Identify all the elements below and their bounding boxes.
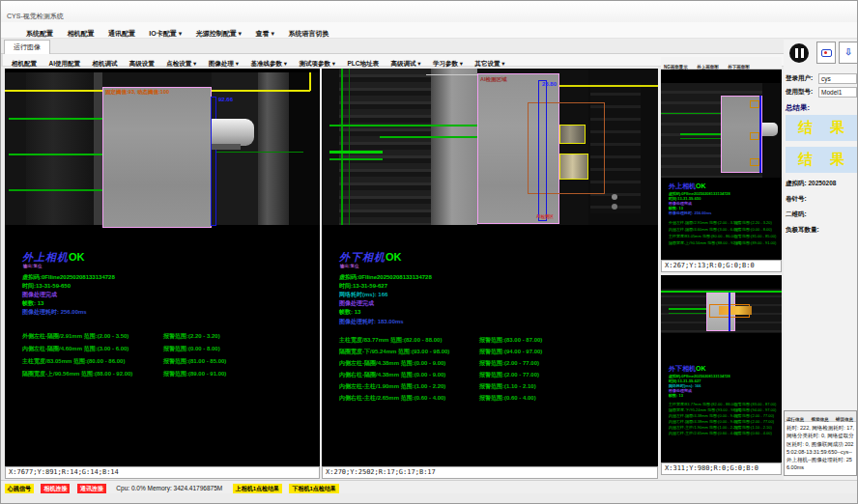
roi-product-rect [102, 87, 212, 228]
thumbnail-view-upper[interactable]: 外上相机OK 虚拟码:0FIIine20250208133134728 时间:1… [661, 70, 782, 260]
cpu-memory-status: Cpu: 0.0% Memory: 3424.41796875M [116, 482, 222, 494]
tab-detect-box [559, 125, 586, 144]
camera-result-title: 外下相机OK [339, 250, 402, 265]
app-window: CYS-视觉检测系统 系统配置 相机配置 通讯配置 IO卡配置 ▾ 光源控制配置… [0, 0, 858, 504]
thumb-lower-coordinate-bar: X:311;Y:980;R:0;G:0;B:0 [661, 462, 782, 475]
menu-bar: 系统配置 相机配置 通讯配置 IO卡配置 ▾ 光源控制配置 ▾ 查看 ▾ 系统语… [1, 22, 857, 39]
log-tab-strip: 运行信息 视觉信息 错误信息 [785, 411, 856, 422]
result-display-upper: 结 果 [786, 115, 857, 141]
upper-camera-check-badge: 上相机1点检结果 [233, 484, 282, 493]
camera-connection-badge: 相机连接 [41, 484, 70, 493]
camera-result-title: 外上相机OK [22, 250, 85, 265]
login-user-label: 登录用户: [786, 74, 813, 83]
process-done-line: 图像处理完成 [339, 299, 374, 308]
model-label: 使用型号: [786, 88, 813, 97]
process-time-line: 图像处理耗时: 183.00ms [339, 318, 404, 326]
anode-tab-count-label: 负极耳数量: [786, 226, 819, 235]
camera-image: AI检测区域 23.80 AI检测区 [322, 69, 658, 225]
threshold-annotation: 固定阈值:93, 动态阈值:100 [105, 89, 169, 96]
ai-region-label-2: AI检测区 [536, 214, 554, 219]
mid-view-coordinate-bar: X:270;Y:2502;R:17;G:17;B:17 [322, 466, 658, 479]
pause-button[interactable] [789, 43, 809, 63]
model-value[interactable]: Model1 [818, 87, 857, 98]
barcode-line: 虚拟码:0FIIine20250208133134728 [22, 273, 115, 282]
process-time-line: 图像处理耗时: 256.00ms [22, 308, 87, 317]
measure-value-label: 23.80 [542, 81, 557, 87]
tab-run-image[interactable]: 运行图像 [4, 40, 50, 54]
connector-part [762, 123, 778, 136]
frame-count-line: 帧数: 13 [669, 393, 683, 398]
thumbnail-tab-strip: NG画面显示 外上画面图 外下画面图 [661, 57, 782, 70]
total-result-label: 总结果: [786, 103, 810, 113]
camera-output-sub: 输出:复位 [340, 264, 359, 268]
download-arrow-icon: ⇩ [840, 46, 857, 57]
barcode-line: 虚拟码:0FIIine20250208133134728 [339, 273, 432, 282]
tab-detect-box [559, 154, 588, 180]
result-display-lower: 结 果 [786, 147, 857, 173]
result-ok-text: OK [386, 251, 402, 263]
camera-view-outer-lower[interactable]: AI检测区域 23.80 AI检测区 外下相机OK 输出:复位 虚拟码:0FII… [322, 69, 658, 466]
left-view-coordinate-bar: X:7677;Y:891;R:14;G:14;B:14 [5, 466, 320, 479]
result-ok-text: OK [69, 251, 85, 263]
winder-number-label: 卷针号: [786, 195, 807, 204]
camera-capture-button[interactable] [816, 42, 836, 64]
net-time-line: 网络耗时(ms): 166 [339, 291, 387, 299]
log-panel[interactable]: 运行信息 视觉信息 错误信息 耗时: 222, 网络检测耗时: 17, 网络分类… [784, 410, 857, 476]
pause-icon [795, 48, 798, 58]
camera-icon [821, 49, 832, 57]
status-bar: 心跳信号 相机连接 通讯连接 Cpu: 0.0% Memory: 3424.41… [1, 480, 857, 493]
pause-icon [801, 48, 804, 58]
process-time-line: 图像处理耗时: 256.00ms [669, 210, 711, 215]
measure-line-rect [211, 97, 216, 226]
measure-value-label: 92.66 [218, 97, 233, 102]
lower-camera-check-badge: 下相机1点检结果 [289, 484, 338, 493]
time-line: 时间:13-31-59-627 [339, 282, 387, 291]
camera-image [661, 83, 782, 178]
comm-connection-badge: 通讯连接 [77, 484, 106, 493]
thumbnail-column: NG画面显示 外上画面图 外下画面图 外上相机OK 虚拟码:0FIIine202 [661, 57, 782, 475]
camera-view-outer-upper[interactable]: 固定阈值:93, 动态阈值:100 92.66 外上相机OK 输出:复位 虚拟码… [5, 69, 320, 466]
camera-image: 固定阈值:93, 动态阈值:100 92.66 [5, 72, 320, 225]
image-export-button[interactable]: ⇩ [839, 42, 858, 64]
ai-region-label: AI检测区域 [480, 76, 507, 83]
thumbnail-view-lower[interactable]: 外下相机OK 虚拟码:0FIIine20250208133134728 时间:1… [661, 275, 782, 462]
measure-line-rect [538, 80, 547, 221]
qrcode-label: 二维码: [786, 210, 807, 219]
title-bar: CYS-视觉检测系统 [1, 1, 857, 22]
frame-count-line: 帧数: 13 [339, 308, 360, 317]
camera-result-title: 外上相机OK [669, 182, 706, 191]
log-text: 耗时: 222, 网络检测耗时: 17, 网络分类耗时: 0, 网络提取分区耗时… [785, 422, 856, 474]
control-sidebar: ⇩ 登录用户: cys 使用型号: Model1 总结果: 结 果 结 果 虚拟… [784, 40, 858, 482]
time-line: 时间:13-31-59-650 [22, 282, 71, 291]
window-title: CYS-视觉检测系统 [7, 12, 64, 21]
heartbeat-status-badge: 心跳信号 [5, 484, 34, 493]
virtual-barcode-label: 虚拟码: 20250208 [786, 180, 836, 188]
camera-image [661, 289, 782, 333]
connector-part [212, 119, 254, 146]
process-done-line: 图像处理完成 [22, 291, 57, 299]
camera-result-title: 外下相机OK [669, 364, 706, 374]
thumb-upper-coordinate-bar: X:267;Y:13;R:0;G:0;B:0 [661, 260, 782, 272]
frame-count-line: 帧数: 13 [22, 299, 43, 308]
camera-output-sub: 输出:复位 [23, 264, 43, 268]
login-user-value[interactable]: cys [818, 73, 857, 84]
